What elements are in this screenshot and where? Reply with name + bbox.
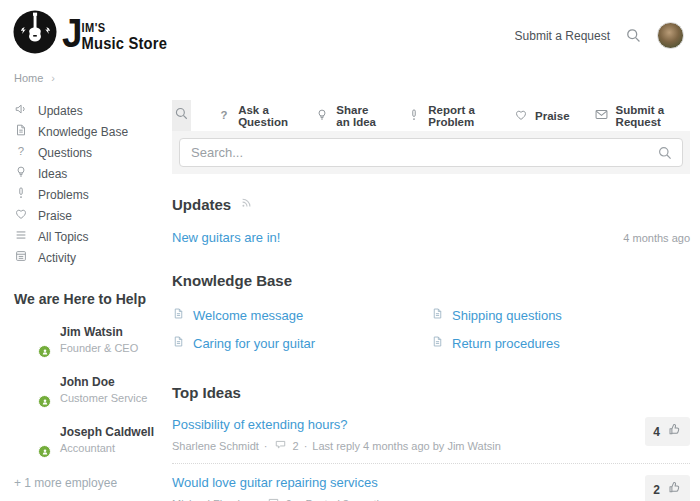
logo-line1: IM'S: [82, 21, 167, 35]
kb-article-link[interactable]: Shipping questions: [431, 306, 690, 324]
document-icon: [172, 306, 185, 324]
vote-count: 4: [653, 425, 660, 439]
document-icon: [431, 334, 444, 352]
team-member[interactable]: Jim Watsin Founder & CEO: [14, 322, 172, 357]
idea-meta: Michael Fleming · 0 · Posted 3 months ag…: [172, 496, 410, 501]
document-icon: [431, 306, 444, 324]
action-tabbar: ? Ask a Question Share an Idea Report a …: [172, 100, 690, 131]
question-icon: ?: [14, 144, 28, 161]
tab-label: Ask a Question: [238, 104, 291, 128]
store-logo[interactable]: J IM'S Music Store: [12, 9, 176, 59]
member-name: Jim Watsin: [60, 325, 138, 339]
idea-title-link[interactable]: Possibility of extending hours?: [172, 417, 501, 432]
header-search-icon[interactable]: [625, 27, 642, 44]
help-heading: We are Here to Help: [14, 291, 172, 307]
tab-report-a-problem[interactable]: Report a Problem: [395, 100, 502, 131]
team-member[interactable]: John Doe Customer Service: [14, 372, 172, 407]
team-member[interactable]: Joseph Caldwell Accountant: [14, 422, 172, 457]
kb-article-link[interactable]: Welcome message: [172, 306, 431, 324]
activity-icon: [14, 249, 28, 266]
kb-article-link[interactable]: Return procedures: [431, 334, 690, 352]
page-header: J IM'S Music Store Submit a Request: [0, 0, 700, 64]
document-icon: [14, 123, 28, 140]
sidebar-item-label: Problems: [38, 188, 89, 202]
question-icon: ?: [217, 108, 231, 124]
tab-label: Share an Idea: [336, 104, 383, 128]
update-item: New guitars are in! 4 months ago: [172, 230, 690, 245]
sidebar-item-questions[interactable]: ? Questions: [14, 142, 172, 163]
user-avatar[interactable]: [657, 22, 684, 49]
tab-label: Report a Problem: [428, 104, 490, 128]
lightbulb-icon: [315, 108, 329, 124]
logo-big-letter: J: [62, 16, 82, 50]
thumbs-up-icon: [667, 422, 682, 441]
lightbulb-icon: [14, 165, 28, 182]
idea-meta: Sharlene Schmidt · 2 · Last reply 4 mont…: [172, 438, 501, 453]
sidebar-item-knowledge-base[interactable]: Knowledge Base: [14, 121, 172, 142]
tab-submit-a-request[interactable]: Submit a Request: [582, 100, 690, 131]
member-role: Founder & CEO: [60, 342, 138, 354]
member-role: Customer Service: [60, 392, 147, 404]
idea-meta-text: Last reply 4 months ago by Jim Watsin: [312, 440, 501, 452]
svg-text:?: ?: [18, 145, 24, 157]
sidebar-item-problems[interactable]: Problems: [14, 184, 172, 205]
idea-row: Possibility of extending hours? Sharlene…: [172, 406, 690, 463]
sidebar-item-label: Praise: [38, 209, 72, 223]
document-icon: [172, 334, 185, 352]
idea-title-link[interactable]: Would love guitar repairing services: [172, 475, 410, 490]
tab-praise[interactable]: Praise: [502, 100, 582, 131]
exclamation-icon: [407, 108, 421, 124]
search-panel: [172, 131, 690, 174]
update-link[interactable]: New guitars are in!: [172, 230, 280, 245]
exclamation-icon: [14, 186, 28, 203]
tab-search[interactable]: [172, 100, 191, 131]
sidebar-item-label: All Topics: [38, 230, 88, 244]
comment-bubble-icon: [266, 496, 281, 501]
idea-author: Sharlene Schmidt: [172, 440, 259, 452]
idea-meta-text: Posted 3 months ago: [306, 498, 410, 501]
breadcrumb: Home ›: [0, 72, 700, 84]
more-employees-link[interactable]: + 1 more employee: [14, 476, 172, 490]
member-name: Joseph Caldwell: [60, 425, 154, 439]
tab-label: Submit a Request: [616, 104, 678, 128]
tab-label: Praise: [535, 110, 570, 122]
sidebar-item-updates[interactable]: Updates: [14, 100, 172, 121]
header-submit-request-link[interactable]: Submit a Request: [515, 29, 610, 43]
sidebar-item-praise[interactable]: Praise: [14, 205, 172, 226]
sidebar-item-label: Updates: [38, 104, 83, 118]
vote-badge[interactable]: 4: [645, 417, 690, 446]
tab-share-an-idea[interactable]: Share an Idea: [303, 100, 395, 131]
online-badge-icon: [38, 345, 51, 358]
vote-badge[interactable]: 2: [645, 475, 690, 501]
idea-author: Michael Fleming: [172, 498, 252, 501]
knowledge-base-heading: Knowledge Base: [172, 272, 292, 289]
sidebar-item-label: Activity: [38, 251, 76, 265]
tab-ask-a-question[interactable]: ? Ask a Question: [205, 100, 303, 131]
knowledge-base-links: Welcome message Shipping questions Carin…: [172, 306, 690, 352]
top-ideas-list: Possibility of extending hours? Sharlene…: [172, 406, 690, 501]
update-time: 4 months ago: [623, 232, 690, 244]
search-icon: [174, 106, 189, 125]
comment-bubble-icon: [273, 438, 288, 453]
megaphone-icon: [14, 102, 28, 119]
envelope-icon: [594, 107, 609, 124]
breadcrumb-home-link[interactable]: Home: [14, 72, 43, 84]
breadcrumb-separator: ›: [51, 72, 55, 84]
heart-icon: [514, 108, 528, 124]
kb-article-link[interactable]: Caring for your guitar: [172, 334, 431, 352]
sidebar-item-label: Knowledge Base: [38, 125, 128, 139]
sidebar: Updates Knowledge Base ? Questions Ideas…: [14, 100, 172, 501]
list-icon: [14, 228, 28, 245]
idea-comment-count: 0: [286, 498, 292, 501]
store-name: J IM'S Music Store: [62, 16, 167, 53]
sidebar-item-label: Questions: [38, 146, 92, 160]
sidebar-item-all-topics[interactable]: All Topics: [14, 226, 172, 247]
main-content: ? Ask a Question Share an Idea Report a …: [172, 100, 690, 501]
rss-icon[interactable]: [240, 195, 253, 213]
sidebar-item-label: Ideas: [38, 167, 67, 181]
updates-heading: Updates: [172, 196, 231, 213]
search-input[interactable]: [179, 138, 683, 167]
sidebar-item-ideas[interactable]: Ideas: [14, 163, 172, 184]
sidebar-item-activity[interactable]: Activity: [14, 247, 172, 268]
member-name: John Doe: [60, 375, 147, 389]
